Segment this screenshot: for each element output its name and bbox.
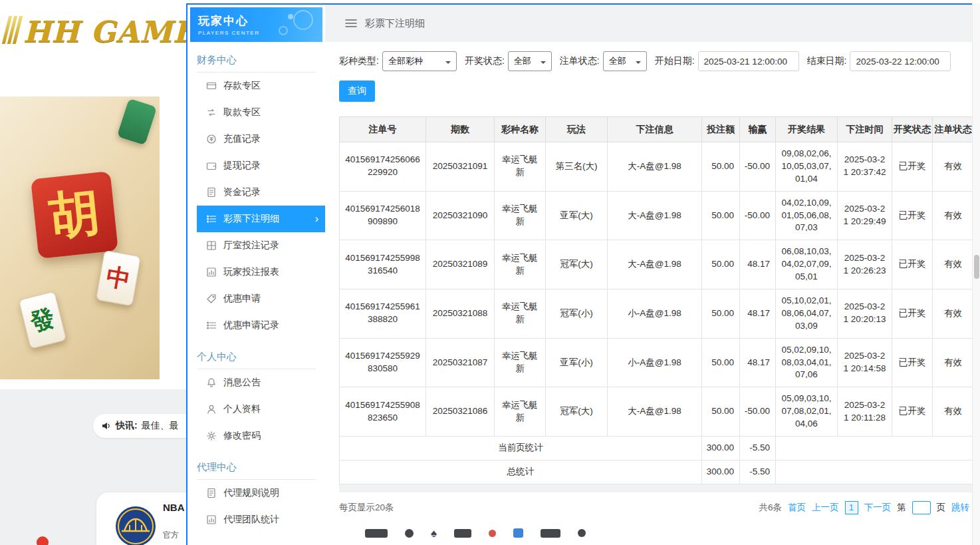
- lottery-type-select[interactable]: 全部彩种: [382, 51, 457, 71]
- decor-bubble: [293, 10, 313, 30]
- draw-status-select[interactable]: 全部: [508, 51, 552, 71]
- summary-win-loss: -5.50: [740, 437, 776, 460]
- sidebar-item-withdraw-zone[interactable]: 取款专区: [187, 99, 325, 126]
- current-page[interactable]: 1: [845, 501, 858, 514]
- player-center-panel: 玩家中心 PLAYERS CENTER 财务中心存款专区取款专区充值记录提现记录…: [186, 3, 980, 545]
- sidebar-item-change-password[interactable]: 修改密码: [187, 423, 325, 449]
- sidebar-item-recharge-records[interactable]: 充值记录: [187, 126, 325, 152]
- next-page-link[interactable]: 下一页: [864, 502, 892, 514]
- filter-bar: 彩种类型:全部彩种开奖状态:全部注单状态:全部开始日期:结束日期:: [339, 51, 980, 71]
- cell-play-type: 第三名(大): [546, 142, 608, 192]
- cell-draw-status: 已开奖: [892, 240, 933, 289]
- sidebar-item-label: 代理规则说明: [223, 487, 279, 499]
- column-header-win-loss: 输赢: [740, 117, 776, 142]
- agent-rules-icon: [206, 488, 217, 498]
- cell-period: 20250321088: [426, 289, 495, 339]
- first-page-link[interactable]: 首页: [788, 502, 806, 514]
- cell-bet-time: 2025-03-21 20:11:28: [838, 387, 892, 437]
- caret-down-icon: [445, 61, 451, 67]
- filter-group-end-date: 结束日期:: [807, 51, 951, 71]
- sidebar-item-funds-records[interactable]: 资金记录: [187, 179, 325, 206]
- table-wrapper: 注单号期数彩种名称玩法下注信息投注额输赢开奖结果下注时间开奖状态注单状态4015…: [339, 116, 980, 484]
- sidebar-item-agent-team-stats[interactable]: 代理团队统计: [187, 506, 325, 533]
- sidebar-item-cashout-records[interactable]: 提现记录: [187, 152, 325, 179]
- table-row: 40156917425601890989020250321090幸运飞艇新亚军(…: [340, 191, 974, 240]
- sidebar-item-label: 修改密码: [223, 430, 261, 442]
- cell-draw-status: 已开奖: [892, 338, 933, 387]
- jump-label-post: 页: [937, 502, 946, 514]
- sidebar-section-title-personal-center: 个人中心: [197, 351, 316, 369]
- cell-order-status: 有效: [933, 338, 974, 387]
- sidebar-item-label: 代理团队统计: [223, 514, 279, 526]
- sidebar-item-messages[interactable]: 消息公告: [187, 369, 325, 396]
- hamburger-menu-icon[interactable]: [345, 19, 357, 28]
- table-row: 40156917425596138882020250321088幸运飞艇新冠军(…: [340, 289, 974, 339]
- sidebar-item-promo-apply[interactable]: 优惠申请: [187, 285, 325, 312]
- sidebar-item-deposit-zone[interactable]: 存款专区: [187, 73, 325, 99]
- cell-bet-amount: 50.00: [702, 338, 740, 387]
- mahjong-tile-fa: 發: [19, 291, 67, 349]
- prev-page-link[interactable]: 上一页: [812, 502, 839, 514]
- table-footer: 每页显示20条 共6条 首页 上一页 1 下一页 第 页 跳转: [339, 492, 980, 523]
- filter-group-start-date: 开始日期:: [655, 51, 799, 71]
- scrollbar-thumb[interactable]: [974, 255, 979, 279]
- news-card[interactable]: NBA 官方: [96, 492, 186, 545]
- promo-apply-icon: [206, 293, 217, 304]
- summary-bet-amount: 300.00: [702, 437, 740, 460]
- end-date-input[interactable]: [850, 51, 951, 71]
- jump-button[interactable]: 跳转: [951, 502, 969, 514]
- cell-draw-result: 04,02,10,09,01,05,06,08,07,03: [776, 191, 838, 240]
- cell-bet-time: 2025-03-21 20:26:23: [838, 240, 892, 289]
- sidebar-item-label: 充值记录: [223, 133, 261, 145]
- sidebar-item-player-bet-report[interactable]: 玩家投注报表: [187, 259, 325, 285]
- draw-status-label: 开奖状态:: [465, 55, 505, 67]
- site-logo[interactable]: HH GAME: [5, 16, 195, 47]
- spade-icon: ♠: [431, 528, 437, 539]
- cell-bet-amount: 50.00: [702, 240, 740, 289]
- news-card-subtitle: 官方: [163, 530, 179, 541]
- cell-play-type: 亚军(大): [546, 191, 608, 240]
- content-header: 彩票下注明细: [325, 5, 980, 42]
- summary-win-loss: -5.50: [740, 460, 776, 484]
- mahjong-tile-zhong: 中: [96, 250, 141, 307]
- cell-period: 20250321090: [426, 191, 495, 240]
- selected-value: 全部: [609, 55, 626, 67]
- cell-bet-amount: 50.00: [702, 387, 740, 437]
- sidebar-item-label: 取款专区: [223, 106, 261, 118]
- sidebar-item-label: 资金记录: [223, 186, 261, 198]
- order-status-select[interactable]: 全部: [603, 51, 647, 71]
- news-ticker[interactable]: 快讯: 最佳、最: [93, 414, 186, 438]
- cell-draw-status: 已开奖: [892, 142, 933, 192]
- sidebar-item-lottery-bet-details[interactable]: 彩票下注明细›: [197, 206, 325, 232]
- start-date-input[interactable]: [698, 51, 799, 71]
- message-icon: [206, 377, 217, 388]
- sidebar-item-label: 玩家投注报表: [223, 266, 279, 278]
- cell-win-loss: -50.00: [740, 142, 776, 192]
- cell-win-loss: 48.17: [740, 338, 776, 387]
- summary-row-total-summary: 总统计300.00-5.50: [340, 460, 974, 484]
- cell-play-type: 冠军(大): [546, 387, 608, 437]
- sidebar-item-agent-rules[interactable]: 代理规则说明: [187, 480, 325, 506]
- sidebar-item-profile[interactable]: 个人资料: [187, 396, 325, 423]
- main-content: 彩票下注明细 彩种类型:全部彩种开奖状态:全部注单状态:全部开始日期:结束日期:…: [325, 5, 980, 545]
- cell-win-loss: -50.00: [740, 387, 776, 437]
- speaker-icon: [101, 421, 112, 431]
- search-button[interactable]: 查询: [339, 81, 375, 102]
- column-header-bet-amount: 投注额: [702, 117, 740, 142]
- promo-banner-image[interactable]: 胡 中 發: [0, 96, 160, 379]
- cell-win-loss: -50.00: [740, 191, 776, 240]
- column-header-bet-time: 下注时间: [838, 117, 892, 142]
- sidebar-item-hall-bet-records[interactable]: 厅室投注记录: [187, 232, 325, 259]
- cell-lottery-name: 幸运飞艇新: [495, 387, 546, 437]
- jump-page-input[interactable]: [912, 501, 931, 514]
- cell-order-no: 401569174255998316540: [340, 240, 426, 289]
- summary-empty: [776, 460, 974, 484]
- sidebar-section-title-agent-center: 代理中心: [197, 461, 316, 480]
- page-scrollbar[interactable]: [972, 3, 980, 545]
- tile-char: 發: [27, 301, 59, 339]
- cell-bet-amount: 50.00: [702, 142, 740, 192]
- cell-bet-info: 大-A盘@1.98: [608, 387, 702, 437]
- sidebar-item-promo-apply-records[interactable]: 优惠申请记录: [187, 312, 325, 339]
- content-body: 彩种类型:全部彩种开奖状态:全部注单状态:全部开始日期:结束日期: 查询 注单号…: [325, 42, 980, 484]
- news-card-title: NBA: [163, 502, 185, 513]
